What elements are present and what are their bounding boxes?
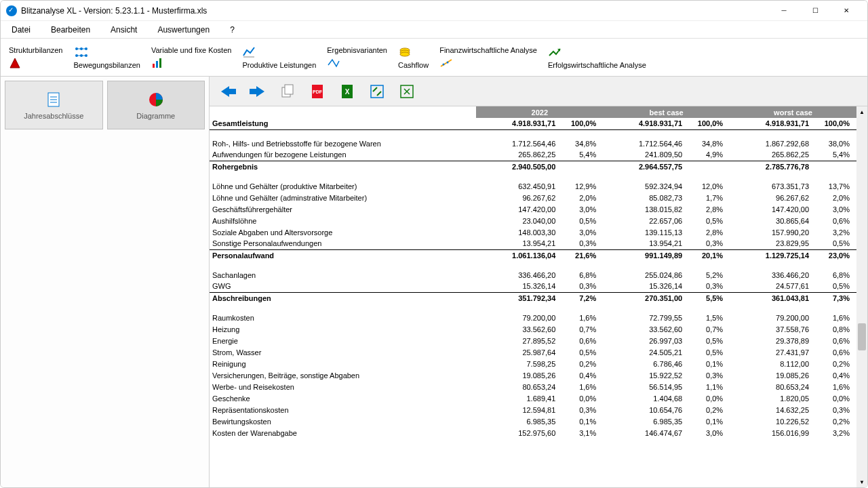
table-row: Personalaufwand1.061.136,0421,6%991.149,… — [210, 249, 856, 261]
excel-button[interactable]: X — [337, 81, 357, 102]
row-label: Soziale Abgaben und Altersvorsorge — [210, 226, 476, 238]
table-row — [210, 129, 856, 138]
menu-auswertungen[interactable]: Auswertungen — [153, 22, 214, 37]
maximize-button[interactable]: ☐ — [800, 1, 831, 21]
menu-ansicht[interactable]: Ansicht — [106, 22, 141, 37]
svg-rect-9 — [153, 64, 155, 68]
cell-pct — [686, 161, 730, 172]
table-row — [210, 304, 856, 312]
tool-erfolg[interactable]: Erfolgswirtschaftliche Analyse — [544, 60, 650, 70]
svg-rect-10 — [156, 61, 158, 68]
svg-point-16 — [443, 63, 445, 65]
cell-value: 152.975,60 — [476, 427, 559, 439]
cell-value: 56.514,95 — [603, 381, 686, 392]
tool-bewegungsbilanzen[interactable]: Bewegungsbilanzen — [70, 60, 144, 70]
cell-pct: 5,4% — [813, 149, 856, 161]
cell-pct: 3,1% — [559, 427, 603, 439]
expand-button[interactable] — [367, 81, 387, 102]
side-diagramme[interactable]: Diagramme — [107, 81, 205, 129]
minimize-button[interactable]: ─ — [768, 1, 800, 21]
cell-value: 33.562,60 — [603, 323, 686, 335]
table-row: Sonstige Personalaufwendungen13.954,210,… — [210, 238, 856, 249]
scroll-up-icon[interactable]: ▲ — [856, 106, 867, 117]
cell-value: 2.785.776,78 — [730, 161, 813, 172]
row-label: Sonstige Personalaufwendungen — [210, 238, 476, 249]
nav-back-button[interactable] — [218, 81, 238, 102]
row-label: Personalaufwand — [210, 249, 476, 261]
tool-produktive[interactable]: Produktive Leistungen — [238, 60, 320, 70]
menu-bearbeiten[interactable]: Bearbeiten — [47, 22, 94, 37]
tool-cashflow[interactable]: Cashflow — [394, 60, 433, 70]
tool-strukturbilanzen[interactable]: Strukturbilanzen — [5, 45, 67, 55]
cell-pct: 0,4% — [559, 369, 603, 381]
table-row: Energie27.895,520,6%26.997,030,5%29.378,… — [210, 335, 856, 346]
cell-value: 6.985,35 — [603, 415, 686, 427]
side-panel: Jahresabschlüsse Diagramme — [1, 77, 210, 487]
cell-pct: 0,3% — [559, 404, 603, 415]
row-label: Repräsentationskosten — [210, 404, 476, 415]
cell-value: 80.653,24 — [730, 381, 813, 392]
cell-pct: 0,3% — [559, 238, 603, 249]
close-button[interactable]: ✕ — [831, 1, 862, 21]
cell-pct: 13,7% — [813, 180, 856, 192]
cell-pct: 38,0% — [813, 138, 856, 149]
col-header-bestcase: best case — [603, 106, 730, 118]
dots-icon — [70, 45, 93, 59]
cell-value: 265.862,25 — [476, 149, 559, 161]
row-label: Heizung — [210, 323, 476, 335]
app-icon — [6, 5, 17, 16]
cell-value: 37.558,76 — [730, 323, 813, 335]
cell-pct: 5,2% — [686, 269, 730, 281]
pdf-button[interactable]: PDF — [307, 81, 328, 102]
vertical-scrollbar[interactable]: ▲ ▼ — [856, 106, 867, 487]
cell-pct: 23,0% — [813, 249, 856, 261]
cell-pct: 0,6% — [813, 335, 856, 346]
cell-value: 351.792,34 — [476, 292, 559, 304]
line-icon — [323, 56, 344, 70]
side-jahresabschluesse[interactable]: Jahresabschlüsse — [5, 81, 103, 129]
nav-forward-button[interactable] — [248, 81, 268, 102]
cell-pct: 2,0% — [559, 192, 603, 203]
cell-pct: 0,6% — [559, 335, 603, 346]
cell-value: 22.657,06 — [603, 215, 686, 226]
menu-help[interactable]: ? — [226, 22, 239, 37]
cell-value: 4.918.931,71 — [730, 118, 813, 129]
tool-variable-fixe[interactable]: Variable und fixe Kosten — [147, 45, 235, 55]
svg-point-17 — [447, 61, 449, 63]
cell-value: 2.940.505,00 — [476, 161, 559, 172]
cell-pct: 0,5% — [559, 346, 603, 358]
cell-value: 148.003,30 — [476, 226, 559, 238]
collapse-button[interactable] — [397, 81, 417, 102]
tool-ergebnisvarianten[interactable]: Ergebnisvarianten — [323, 45, 391, 55]
cell-pct: 0,3% — [559, 281, 603, 292]
cell-value: 10.226,52 — [730, 415, 813, 427]
svg-text:PDF: PDF — [313, 89, 323, 94]
cell-pct: 100,0% — [813, 118, 856, 129]
menu-datei[interactable]: Datei — [7, 22, 35, 37]
cell-value: 14.632,25 — [730, 404, 813, 415]
cell-pct: 3,0% — [686, 427, 730, 439]
svg-marker-24 — [221, 86, 236, 97]
cell-value: 27.431,97 — [730, 346, 813, 358]
table-row: Roh-, Hilfs- und Betriebsstoffe für bezo… — [210, 138, 856, 149]
cell-value: 96.267,62 — [730, 192, 813, 203]
cell-value: 632.450,91 — [476, 180, 559, 192]
cell-value: 12.594,81 — [476, 404, 559, 415]
cell-value: 1.712.564,46 — [603, 138, 686, 149]
table-row: Raumkosten79.200,001,6%72.799,551,5%79.2… — [210, 312, 856, 323]
copy-button[interactable] — [277, 81, 298, 102]
cell-value: 1.129.725,14 — [730, 249, 813, 261]
row-label: Versicherungen, Beiträge, sonstige Abgab… — [210, 369, 476, 381]
cell-value: 138.015,82 — [603, 203, 686, 215]
cell-value: 24.577,61 — [730, 281, 813, 292]
scroll-thumb[interactable] — [858, 323, 866, 350]
tool-finanz[interactable]: Finanzwirtschaftliche Analyse — [435, 45, 541, 55]
scroll-down-icon[interactable]: ▼ — [856, 476, 867, 487]
cell-value: 592.324,94 — [603, 180, 686, 192]
cell-value: 1.820,05 — [730, 392, 813, 404]
cell-pct: 0,2% — [813, 358, 856, 369]
cell-value: 8.112,00 — [730, 358, 813, 369]
table-row: Aufwendungen für bezogene Leistungen265.… — [210, 149, 856, 161]
cell-value: 24.505,21 — [603, 346, 686, 358]
cell-pct: 0,6% — [813, 346, 856, 358]
